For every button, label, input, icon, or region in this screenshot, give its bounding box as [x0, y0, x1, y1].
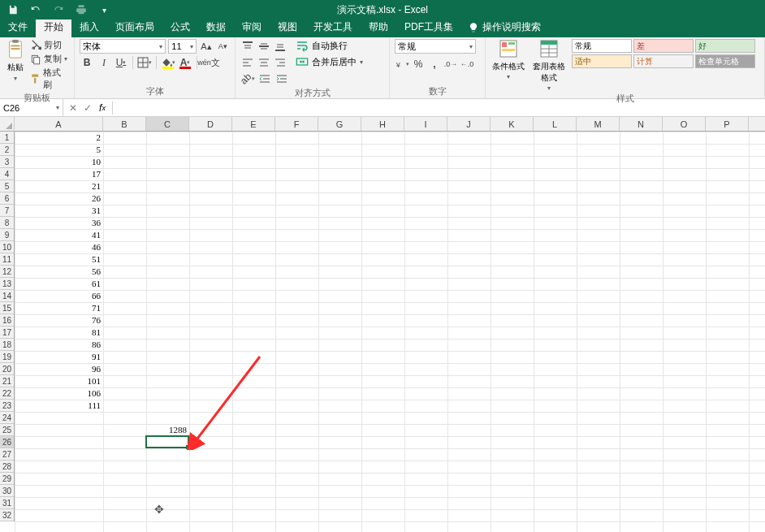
- row-header-12[interactable]: 12: [0, 266, 14, 278]
- row-header-21[interactable]: 21: [0, 375, 14, 387]
- row-header-25[interactable]: 25: [0, 424, 14, 436]
- tell-me-search[interactable]: 操作说明搜索: [461, 17, 547, 37]
- col-header-B[interactable]: B: [103, 117, 146, 131]
- row-header-20[interactable]: 20: [0, 363, 14, 375]
- align-middle-button[interactable]: [257, 39, 271, 54]
- tab-pdf[interactable]: PDF工具集: [396, 17, 461, 37]
- spreadsheet-grid[interactable]: ABCDEFGHIJKLMNOP 12345678910111213141516…: [0, 117, 765, 532]
- fx-button[interactable]: fx: [96, 102, 109, 115]
- select-all-corner[interactable]: [0, 117, 15, 132]
- cell-A21[interactable]: 101: [15, 375, 103, 387]
- align-left-button[interactable]: [240, 55, 255, 70]
- tab-insert[interactable]: 插入: [71, 17, 107, 37]
- paste-button[interactable]: 粘贴 ▾: [5, 39, 27, 91]
- font-size-select[interactable]: 11▾: [168, 39, 197, 54]
- tab-data[interactable]: 数据: [198, 17, 234, 37]
- format-as-table-button[interactable]: 套用表格格式▾: [531, 39, 567, 92]
- decrease-font-button[interactable]: A▾: [216, 39, 230, 54]
- cell-A1[interactable]: 2: [15, 132, 103, 144]
- col-header-P[interactable]: P: [706, 117, 749, 131]
- print-preview-button[interactable]: [73, 2, 89, 18]
- comma-button[interactable]: ,: [427, 57, 442, 71]
- row-header-1[interactable]: 1: [0, 132, 14, 144]
- row-header-29[interactable]: 29: [0, 473, 14, 485]
- cell-A7[interactable]: 31: [15, 205, 103, 217]
- tab-view[interactable]: 视图: [270, 17, 305, 37]
- format-painter-button[interactable]: 格式刷: [30, 67, 69, 91]
- orientation-button[interactable]: ab▾: [240, 71, 255, 86]
- cell-A6[interactable]: 26: [15, 192, 103, 205]
- row-header-3[interactable]: 3: [0, 156, 14, 168]
- borders-button[interactable]: ▾: [137, 55, 152, 70]
- increase-font-button[interactable]: A▴: [199, 39, 213, 54]
- col-header-D[interactable]: D: [189, 117, 232, 131]
- italic-button[interactable]: I: [97, 55, 111, 70]
- row-header-10[interactable]: 10: [0, 241, 14, 253]
- cell-A16[interactable]: 76: [15, 314, 103, 327]
- row-header-16[interactable]: 16: [0, 314, 14, 327]
- row-header-24[interactable]: 24: [0, 412, 14, 424]
- tab-file[interactable]: 文件: [0, 17, 36, 37]
- increase-decimal-button[interactable]: .0→: [443, 57, 458, 71]
- undo-button[interactable]: [28, 2, 44, 18]
- cell-A10[interactable]: 46: [15, 241, 103, 253]
- font-color-button[interactable]: A▾: [178, 55, 192, 70]
- col-header-E[interactable]: E: [232, 117, 275, 131]
- style-neutral[interactable]: 适中: [572, 54, 632, 68]
- cancel-formula-button[interactable]: ✕: [67, 102, 80, 115]
- col-header-O[interactable]: O: [663, 117, 706, 131]
- save-button[interactable]: [5, 2, 21, 18]
- fill-color-button[interactable]: ▾: [161, 55, 175, 70]
- row-header-8[interactable]: 8: [0, 217, 14, 229]
- row-header-9[interactable]: 9: [0, 229, 14, 241]
- cut-button[interactable]: 剪切: [30, 39, 69, 51]
- phonetic-button[interactable]: wén文: [201, 55, 216, 70]
- style-check[interactable]: 检查单元格: [695, 54, 755, 68]
- col-header-G[interactable]: G: [318, 117, 361, 131]
- font-name-select[interactable]: 宋体▾: [80, 39, 166, 54]
- col-header-L[interactable]: L: [534, 117, 577, 131]
- row-header-32[interactable]: 32: [0, 509, 14, 521]
- tab-review[interactable]: 审阅: [234, 17, 270, 37]
- enter-formula-button[interactable]: ✓: [81, 102, 94, 115]
- cell-A3[interactable]: 10: [15, 156, 103, 168]
- qat-customize-button[interactable]: ▾: [96, 2, 112, 18]
- number-format-select[interactable]: 常规▾: [395, 39, 476, 54]
- row-header-23[interactable]: 23: [0, 400, 14, 412]
- row-header-14[interactable]: 14: [0, 290, 14, 302]
- cell-A18[interactable]: 86: [15, 339, 103, 351]
- col-header-H[interactable]: H: [361, 117, 404, 131]
- cell-A23[interactable]: 111: [15, 400, 103, 412]
- underline-button[interactable]: U▾: [114, 55, 128, 70]
- tab-home[interactable]: 开始: [36, 17, 71, 37]
- row-header-22[interactable]: 22: [0, 387, 14, 400]
- cell-A5[interactable]: 21: [15, 180, 103, 192]
- cell-A15[interactable]: 71: [15, 302, 103, 314]
- row-header-17[interactable]: 17: [0, 327, 14, 339]
- cell-A9[interactable]: 41: [15, 229, 103, 241]
- tab-dev[interactable]: 开发工具: [305, 17, 361, 37]
- row-header-30[interactable]: 30: [0, 485, 14, 497]
- col-header-N[interactable]: N: [620, 117, 663, 131]
- cell-A8[interactable]: 36: [15, 217, 103, 229]
- redo-button[interactable]: [50, 2, 67, 18]
- cell-A19[interactable]: 91: [15, 351, 103, 363]
- cell-A22[interactable]: 106: [15, 387, 103, 400]
- align-center-button[interactable]: [257, 55, 271, 70]
- tab-formulas[interactable]: 公式: [162, 17, 198, 37]
- row-header-13[interactable]: 13: [0, 278, 14, 290]
- col-header-A[interactable]: A: [15, 117, 103, 131]
- row-header-7[interactable]: 7: [0, 205, 14, 217]
- col-header-I[interactable]: I: [404, 117, 447, 131]
- cell-C25[interactable]: 1288: [146, 424, 189, 436]
- style-calc[interactable]: 计算: [633, 54, 694, 68]
- col-header-F[interactable]: F: [275, 117, 318, 131]
- align-right-button[interactable]: [273, 55, 287, 70]
- col-header-C[interactable]: C: [146, 117, 189, 131]
- col-header-K[interactable]: K: [491, 117, 534, 131]
- row-header-4[interactable]: 4: [0, 168, 14, 180]
- row-header-5[interactable]: 5: [0, 180, 14, 192]
- row-header-27[interactable]: 27: [0, 448, 14, 461]
- style-normal[interactable]: 常规: [572, 39, 632, 53]
- style-bad[interactable]: 差: [633, 39, 694, 53]
